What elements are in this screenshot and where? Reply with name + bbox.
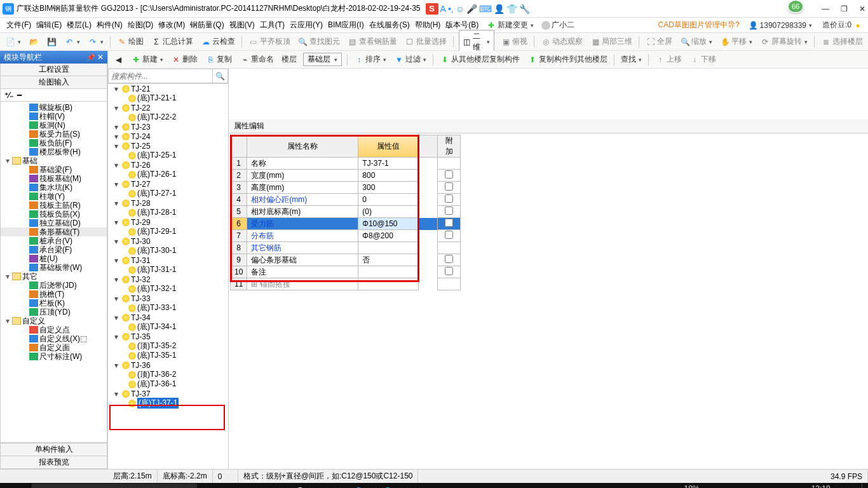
view-steel-button[interactable]: ▤查看钢筋量 (346, 36, 398, 48)
ime-mic-icon[interactable]: 🎤 (466, 4, 477, 14)
rename-button[interactable]: ⌁重命名 (238, 53, 275, 65)
addon-checkbox[interactable] (445, 182, 453, 191)
addon-checkbox[interactable] (445, 170, 453, 179)
save-button[interactable]: 💾 (45, 36, 58, 48)
menu-item[interactable]: 版本号(B) (443, 19, 481, 30)
menu-item[interactable]: 编辑(E) (34, 19, 64, 30)
component-parent-node[interactable]: ▾TJ-25 (108, 141, 228, 151)
phone-display[interactable]: 👤13907298339▾ (747, 20, 813, 31)
badge-icon[interactable]: 66 (787, 0, 804, 13)
component-leaf-node[interactable]: (底)TJ-32-1 (108, 284, 228, 294)
addon-checkbox[interactable] (445, 194, 453, 203)
animate-button[interactable]: ◎动态观察 (539, 36, 584, 48)
tb-app-4[interactable] (315, 484, 343, 488)
open-button[interactable]: 📂 (27, 36, 40, 48)
search-input[interactable] (108, 69, 213, 83)
component-parent-node[interactable]: ▾TJ-21 (108, 84, 228, 93)
close-button[interactable]: ✕ (859, 4, 865, 13)
component-parent-node[interactable]: ▾TJ-33 (108, 294, 228, 303)
draw-button[interactable]: ✎绘图 (116, 36, 145, 48)
component-leaf-node[interactable]: (底)TJ-21-1 (108, 93, 228, 103)
component-leaf-node[interactable]: (底)TJ-34-1 (108, 322, 228, 332)
menu-item[interactable]: 楼层(L) (64, 19, 94, 30)
tb-app-11[interactable]: ◐ (520, 484, 548, 488)
tb-nav-left[interactable]: ◀ (112, 54, 125, 65)
copy-to-floor-button[interactable]: ⬆复制构件到其他楼层 (526, 53, 609, 65)
component-parent-node[interactable]: ▾TJ-22 (108, 103, 228, 112)
component-parent-node[interactable]: ▾TJ-29 (108, 217, 228, 227)
menu-item[interactable]: BIM应用(I) (325, 19, 367, 30)
property-row[interactable]: 2宽度(mm)800 (231, 170, 461, 182)
component-parent-node[interactable]: ▾TJ-36 (108, 360, 228, 370)
move-down-button[interactable]: ↓下移 (688, 53, 717, 65)
start-button[interactable]: ⊞ (3, 484, 31, 488)
rotate-button[interactable]: ⟳屏幕旋转▾ (759, 36, 809, 48)
copy-from-floor-button[interactable]: ⬇从其他楼层复制构件 (438, 53, 521, 65)
tray-clock[interactable]: 13:102018/5/4 (802, 485, 839, 488)
component-leaf-node[interactable]: (底)TJ-33-1 (108, 303, 228, 313)
addon-checkbox[interactable] (445, 219, 453, 227)
component-leaf-node[interactable]: (顶)TJ-36-2 (108, 370, 228, 379)
maximize-button[interactable]: ❐ (841, 4, 848, 13)
cad-link[interactable]: CAD草图图片管理中导? (658, 20, 740, 30)
component-parent-node[interactable]: ▾TJ-23 (108, 122, 228, 132)
property-row[interactable]: 8其它钢筋 (231, 242, 461, 254)
dimension-select[interactable]: ◫二维▾ (459, 30, 495, 54)
addon-checkbox[interactable] (445, 231, 453, 239)
ime-wrench-icon[interactable]: 🔧 (519, 4, 530, 14)
component-leaf-node[interactable]: (底)TJ-28-1 (108, 208, 228, 217)
component-parent-node[interactable]: ▾TJ-27 (108, 179, 228, 189)
component-leaf-node[interactable]: (底)TJ-27-1 (108, 189, 228, 198)
find-element-button[interactable]: 🔍查找图元 (297, 36, 341, 48)
delete-button[interactable]: ✕删除 (170, 53, 199, 65)
component-parent-node[interactable]: ▾TJ-32 (108, 274, 228, 284)
component-leaf-node[interactable]: (底)TJ-35-1 (108, 351, 228, 360)
search-go-button[interactable]: 🔍 (213, 69, 228, 83)
property-row[interactable]: 10备注 (231, 266, 461, 278)
ime-s-icon[interactable]: S (426, 3, 438, 15)
component-leaf-node[interactable]: (底)TJ-25-1 (108, 151, 228, 160)
property-table[interactable]: 属性名称 属性值 附加 1名称TJ-37-12宽度(mm)8003高度(mm)3… (230, 135, 461, 290)
property-row[interactable]: 3高度(mm)300 (231, 182, 461, 194)
menu-item[interactable]: 绘图(D) (125, 19, 156, 30)
price-display[interactable]: 造价豆:0● (821, 19, 864, 31)
nav-tree-node[interactable]: 楼层板带(H) (1, 147, 107, 156)
component-parent-node[interactable]: ▾TJ-37 (108, 389, 228, 398)
user-menu[interactable]: 广小二 (540, 19, 576, 31)
close-nav-icon[interactable]: ✕ (97, 53, 104, 62)
menu-item[interactable]: 视图(V) (227, 19, 257, 30)
sort-button[interactable]: ↕排序▾ (353, 53, 388, 65)
local-3d-button[interactable]: ▦局部三维 (589, 36, 634, 48)
menu-item[interactable]: 构件(N) (94, 19, 125, 30)
nav-tree-node[interactable]: 基础板带(W) (1, 263, 107, 272)
pin-icon[interactable]: 📌 (86, 53, 95, 61)
component-leaf-node[interactable]: (底)TJ-29-1 (108, 227, 228, 236)
component-leaf-node[interactable]: (顶)TJ-35-2 (108, 341, 228, 351)
nav-tree-node[interactable]: 压顶(YD) (1, 308, 107, 316)
ime-dot-icon[interactable]: •, (448, 4, 454, 14)
addon-checkbox[interactable] (445, 267, 453, 275)
flat-top-button[interactable]: ▭平齐板顶 (247, 36, 292, 48)
tb-app-3[interactable]: ⓔ (286, 484, 314, 488)
nav-tree[interactable]: 螺旋板(B)柱帽(V)板洞(N)板受力筋(S)板负筋(F)楼层板带(H)▾基础基… (0, 102, 107, 443)
property-row[interactable]: 11⊞ 锚固搭接 (231, 278, 461, 290)
property-row[interactable]: 6受力筋Φ10@150 (231, 218, 461, 230)
select-floor-button[interactable]: ≣选择楼层 (820, 36, 864, 48)
copy-button[interactable]: ⎘复制 (204, 53, 233, 65)
component-parent-node[interactable]: ▾TJ-28 (108, 198, 228, 208)
component-leaf-node[interactable]: (底)TJ-22-2 (108, 112, 228, 122)
ime-shirt-icon[interactable]: 👕 (506, 4, 517, 14)
move-up-button[interactable]: ↑上移 (654, 53, 683, 65)
ime-smile-icon[interactable]: ☺ (456, 4, 465, 14)
ime-person-icon[interactable]: 👤 (494, 4, 505, 14)
tb-app-7[interactable] (403, 484, 431, 488)
component-leaf-node[interactable]: (底)TJ-36-1 (108, 379, 228, 389)
component-parent-node[interactable]: ▾TJ-35 (108, 332, 228, 341)
cloud-check-button[interactable]: ☁云检查 (200, 36, 236, 48)
batch-select-button[interactable]: ☐批量选择 (403, 36, 448, 48)
component-parent-node[interactable]: ▾TJ-24 (108, 132, 228, 141)
taskbar-search[interactable]: ○ 在这里输入你要搜索的内容 (32, 484, 197, 488)
component-parent-node[interactable]: ▾TJ-31 (108, 255, 228, 265)
property-row[interactable]: 7分布筋Φ8@200 (231, 230, 461, 242)
redo-button[interactable]: ↷▾ (86, 36, 105, 48)
